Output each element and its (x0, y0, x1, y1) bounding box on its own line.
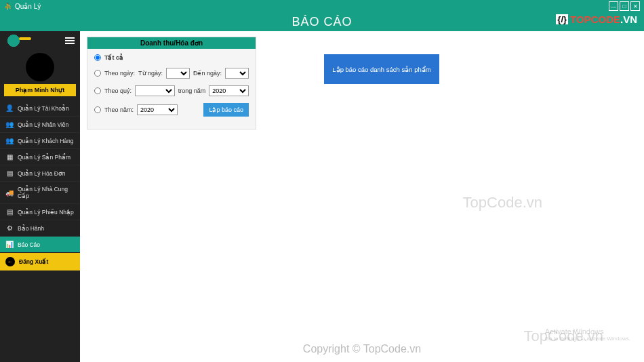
radio-by-quarter[interactable] (94, 87, 101, 94)
label-by-day: Theo ngày: (104, 70, 135, 77)
chart-icon: 📊 (5, 241, 14, 248)
users-icon: 👥 (5, 137, 14, 144)
user-icon: ⛹ (4, 3, 12, 10)
quarter-select[interactable] (135, 85, 175, 96)
nav-label: Quản Lý Phiếu Nhập (18, 209, 74, 216)
minimize-button[interactable]: — (609, 1, 618, 11)
brand-logo-icon (5, 34, 33, 47)
document-icon: ▤ (5, 208, 14, 216)
activate-windows: Activate Windows Go to Settings to activ… (545, 327, 630, 342)
nav-reports[interactable]: 📊Báo Cáo (0, 237, 80, 253)
main-content: Doanh thu/Hóa đơn Tất cả Theo ngày: Từ n… (80, 31, 644, 362)
nav-label: Đăng Xuất (19, 258, 48, 265)
nav-label: Báo Cáo (18, 241, 40, 248)
nav-label: Quản Lý Hóa Đơn (18, 170, 66, 177)
to-date-select[interactable] (225, 68, 249, 79)
grid-icon: ▦ (5, 153, 14, 161)
nav-label: Quản Lý Tài Khoản (18, 105, 69, 112)
radio-by-year[interactable] (94, 106, 101, 113)
label-to: Đến ngày: (193, 70, 222, 77)
radio-by-day[interactable] (94, 70, 101, 77)
copyright-watermark: Copyright © TopCode.vn (303, 343, 421, 355)
logout-button[interactable]: ←Đăng Xuất (0, 253, 80, 271)
radio-all[interactable] (94, 54, 101, 61)
user-icon: 👤 (5, 104, 14, 112)
app-name: Quản Lý (15, 3, 41, 10)
logout-icon: ← (5, 257, 15, 266)
topcode-logo: {/} TOPCODE.VN (556, 14, 637, 25)
panel-title: Doanh thu/Hóa đơn (87, 37, 256, 49)
gear-icon: ⚙ (5, 224, 14, 232)
document-icon: ▤ (5, 169, 14, 177)
nav-imports[interactable]: ▤Quản Lý Phiếu Nhập (0, 204, 80, 220)
sidebar: Phạm Minh Nhựt 👤Quản Lý Tài Khoản 👥Quản … (0, 31, 80, 362)
nav-accounts[interactable]: 👤Quản Lý Tài Khoản (0, 100, 80, 117)
year-select[interactable]: 2020 (137, 104, 178, 115)
nav-invoices[interactable]: ▤Quản Lý Hóa Đơn (0, 165, 80, 182)
label-by-quarter: Theo quý: (104, 87, 132, 94)
watermark: TopCode.vn (463, 194, 542, 212)
page-title: BÁO CÁO (291, 15, 352, 29)
revenue-panel: Doanh thu/Hóa đơn Tất cả Theo ngày: Từ n… (87, 37, 256, 129)
avatar (26, 53, 54, 81)
menu-toggle-icon[interactable] (65, 37, 75, 44)
close-button[interactable]: ✕ (630, 1, 640, 11)
nav-warranty[interactable]: ⚙Bảo Hành (0, 220, 80, 237)
maximize-button[interactable]: □ (620, 1, 629, 11)
nav-customers[interactable]: 👥Quản Lý Khách Hàng (0, 133, 80, 149)
nav-label: Quản Lý Nhân Viên (18, 121, 68, 128)
quarter-year-select[interactable]: 2020 (209, 85, 249, 96)
nav-suppliers[interactable]: 🚚Quản Lý Nhà Cung Cấp (0, 182, 80, 204)
nav-label: Quản Lý Nhà Cung Cấp (18, 186, 75, 199)
from-date-select[interactable] (166, 68, 190, 79)
label-by-year: Theo năm: (104, 106, 134, 113)
nav-employees[interactable]: 👥Quản Lý Nhân Viên (0, 117, 80, 133)
nav-label: Quản Lý Khách Hàng (18, 138, 74, 144)
user-name-badge: Phạm Minh Nhựt (4, 84, 76, 96)
product-list-report-button[interactable]: Lập báo cáo danh sách sản phẩm (324, 54, 439, 84)
truck-icon: 🚚 (5, 189, 14, 197)
create-report-button[interactable]: Lập báo cáo (203, 103, 249, 117)
label-from: Từ ngày: (138, 70, 163, 77)
label-in-year: trong năm (178, 87, 206, 94)
nav-products[interactable]: ▦Quản Lý Sản Phẩm (0, 149, 80, 165)
nav-label: Bảo Hành (18, 225, 44, 232)
nav-label: Quản Lý Sản Phẩm (18, 154, 71, 161)
label-all: Tất cả (104, 54, 123, 61)
users-icon: 👥 (5, 121, 14, 128)
